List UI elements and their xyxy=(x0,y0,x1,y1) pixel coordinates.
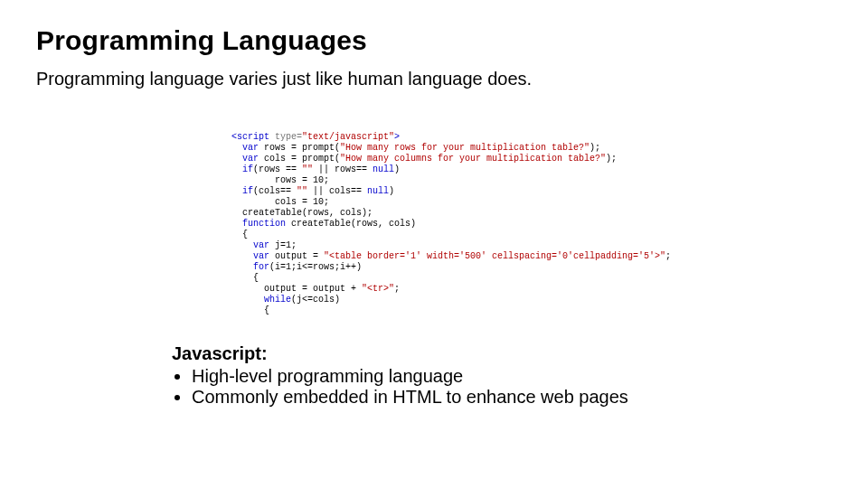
description-block: Javascript: High-level programming langu… xyxy=(172,343,628,408)
code-line-11: var j=1; xyxy=(231,240,297,250)
code-line-16: while(j<=cols) xyxy=(231,295,340,305)
code-line-3: var cols = prompt("How many columns for … xyxy=(231,154,617,164)
subtitle: Programming language varies just like hu… xyxy=(36,69,832,89)
code-line-10: { xyxy=(231,230,248,239)
description-bullet: High-level programming language xyxy=(192,366,628,387)
description-list: High-level programming language Commonly… xyxy=(172,366,628,408)
code-line-8: createTable(rows, cols); xyxy=(231,208,373,218)
code-sample: <script type="text/javascript"> var rows… xyxy=(231,132,711,316)
code-line-7: cols = 10; xyxy=(231,197,329,207)
code-line-12: var output = "<table border='1' width='5… xyxy=(231,251,671,261)
page-title: Programming Languages xyxy=(36,25,832,56)
code-line-15: output = output + "<tr>"; xyxy=(231,284,400,294)
description-bullet: Commonly embedded in HTML to enhance web… xyxy=(192,387,628,408)
code-line-6: if(cols== "" || cols== null) xyxy=(231,186,394,196)
code-line-1: <script type="text/javascript"> xyxy=(231,132,400,142)
code-line-14: { xyxy=(231,273,259,283)
code-line-4: if(rows == "" || rows== null) xyxy=(231,164,400,174)
code-line-17: { xyxy=(231,305,269,315)
slide: Programming Languages Programming langua… xyxy=(0,0,868,488)
description-lead: Javascript: xyxy=(172,343,628,364)
code-line-2: var rows = prompt("How many rows for you… xyxy=(231,143,600,153)
code-line-13: for(i=1;i<=rows;i++) xyxy=(231,262,362,272)
code-line-9: function createTable(rows, cols) xyxy=(231,219,416,229)
code-line-5: rows = 10; xyxy=(231,175,329,185)
